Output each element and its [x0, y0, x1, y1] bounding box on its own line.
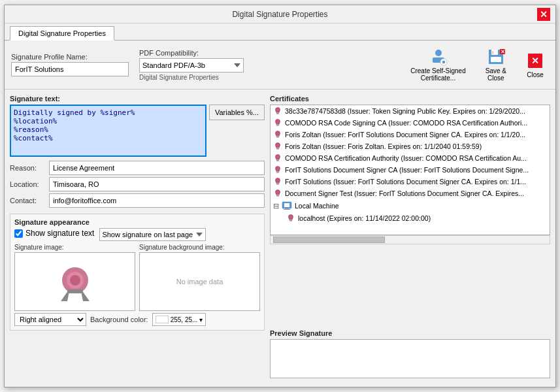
svg-rect-19 — [276, 112, 280, 113]
cert-item[interactable]: 38c33e78747583d8 (Issuer: Token Signing … — [271, 105, 550, 117]
svg-rect-43 — [276, 182, 280, 184]
local-machine-label: Local Machine — [295, 202, 339, 210]
bg-color-button[interactable]: 255, 25... ▾ — [152, 313, 206, 326]
sig-appearance-title: Signature appearance — [14, 218, 260, 226]
svg-rect-17 — [67, 289, 83, 293]
svg-rect-23 — [276, 123, 280, 125]
contact-row: Contact: — [10, 193, 265, 208]
show-on-last-page-select[interactable]: Show signature on last page Show signatu… — [99, 228, 206, 241]
show-sig-text-row: Show signature text — [14, 229, 94, 238]
reason-input[interactable] — [49, 161, 265, 175]
cert-item[interactable]: Document Signer Test (Issuer: ForIT Solu… — [271, 188, 550, 199]
dialog: Digital Signature Properties ✕ Digital S… — [4, 5, 556, 387]
svg-text:✕: ✕ — [531, 56, 539, 66]
reason-row: Reason: — [10, 161, 265, 175]
cert-hscrollbar-thumb[interactable] — [273, 237, 385, 243]
pdf-compat-label: PDF Compatibility: — [139, 49, 199, 57]
svg-rect-56 — [289, 220, 291, 221]
cert-item[interactable]: COMODO RSA Code Signing CA (Issuer: COMO… — [271, 117, 550, 129]
sig-image-box — [14, 252, 135, 311]
svg-rect-36 — [276, 160, 278, 161]
variables-button[interactable]: Variables %... — [209, 105, 265, 120]
tab-bar: Digital Signature Properties — [5, 24, 555, 41]
cert-item-text: ForIT Solutions Document Signer CA (Issu… — [285, 166, 529, 174]
svg-rect-27 — [276, 135, 280, 137]
location-input[interactable] — [49, 177, 265, 191]
svg-point-30 — [276, 143, 280, 148]
svg-point-22 — [276, 120, 280, 124]
sig-appearance-section: Signature appearance Show signature text… — [10, 214, 265, 331]
close-button[interactable]: ✕ Close — [521, 48, 549, 82]
certificates-title: Certificates — [270, 95, 550, 103]
profile-name-group: Signature Profile Name: — [11, 53, 129, 76]
local-machine-icon — [282, 201, 292, 211]
svg-rect-21 — [278, 113, 279, 114]
pdf-compat-select[interactable]: Standard PDF/A-3b Standard PDF — [139, 58, 244, 73]
bottom-row: Right aligned Left aligned Centered Back… — [14, 313, 260, 326]
certificates-section: Certificates 38c33e78747583d8 (Issuer: T… — [270, 95, 550, 325]
sig-image-svg — [49, 255, 101, 308]
alignment-select[interactable]: Right aligned Left aligned Centered — [14, 313, 86, 326]
pdf-compat-group: PDF Compatibility: Standard PDF/A-3b Sta… — [139, 49, 244, 81]
title-close-button[interactable]: ✕ — [537, 8, 550, 21]
toolbar: Signature Profile Name: PDF Compatibilit… — [5, 41, 555, 90]
cert-item[interactable]: Foris Zoltan (Issuer: ForIT Solutions Do… — [271, 129, 550, 140]
cert-item[interactable]: ForIT Solutions (Issuer: ForIT Solutions… — [271, 176, 550, 188]
svg-rect-41 — [278, 172, 279, 173]
sig-appearance-header: Show signature text Show signature on la… — [14, 228, 260, 241]
svg-rect-24 — [276, 125, 278, 126]
cert-icon — [286, 214, 295, 223]
sig-textarea[interactable]: Digitally signed by %signer% %location% … — [10, 105, 206, 157]
cert-icon — [273, 189, 282, 198]
cert-item[interactable]: Foris Zoltan (Issuer: Foris Zoltan. Expi… — [271, 140, 550, 152]
create-cert-icon — [429, 48, 448, 66]
cert-item-text: 38c33e78747583d8 (Issuer: Token Signing … — [285, 107, 525, 115]
profile-name-input[interactable] — [11, 62, 129, 76]
left-panel: Signature text: Digitally signed by %sig… — [10, 95, 265, 382]
sig-image-label: Signature image: — [14, 244, 135, 251]
preview-title: Preview Signature — [270, 329, 550, 337]
create-cert-button[interactable]: Create Self-SignedCertificate... — [406, 44, 470, 85]
location-row: Location: — [10, 177, 265, 191]
localhost-item[interactable]: localhost (Expires on: 11/14/2022 02:00:… — [271, 212, 550, 224]
localhost-label: localhost (Expires on: 11/14/2022 02:00:… — [298, 214, 431, 222]
save-close-button[interactable]: ✕ Save &Close — [481, 44, 511, 85]
svg-rect-6 — [491, 57, 501, 62]
svg-point-34 — [276, 155, 280, 159]
svg-rect-40 — [276, 172, 278, 173]
contact-input[interactable] — [49, 193, 265, 208]
preview-section: Preview Signature — [270, 329, 550, 382]
cert-icon — [273, 154, 282, 163]
local-machine-item[interactable]: ⊟ Local Machine — [271, 199, 550, 212]
svg-rect-3 — [442, 61, 445, 63]
cert-hscrollbar[interactable] — [270, 235, 550, 244]
bg-image-box: No image data — [139, 252, 260, 311]
svg-point-38 — [276, 167, 280, 171]
svg-rect-31 — [276, 147, 280, 148]
cert-item[interactable]: COMODO RSA Certification Authority (Issu… — [271, 152, 550, 164]
svg-point-46 — [276, 190, 280, 195]
svg-rect-49 — [278, 195, 279, 197]
svg-rect-28 — [276, 137, 278, 138]
svg-rect-39 — [276, 171, 280, 172]
tab-digital-signature[interactable]: Digital Signature Properties — [10, 26, 114, 41]
sig-images-row: Signature image: — [14, 244, 260, 311]
form-fields: Reason: Location: Contact: — [10, 161, 265, 210]
bg-color-label: Background color: — [90, 316, 148, 323]
svg-rect-20 — [276, 113, 278, 114]
cert-item[interactable]: ForIT Solutions Document Signer CA (Issu… — [271, 164, 550, 176]
svg-rect-55 — [289, 219, 293, 220]
save-close-label: Save &Close — [486, 67, 506, 82]
svg-rect-7 — [492, 51, 493, 54]
reason-label: Reason: — [10, 164, 49, 172]
cert-list[interactable]: 38c33e78747583d8 (Issuer: Token Signing … — [270, 105, 550, 235]
svg-point-42 — [276, 178, 280, 183]
no-image-text: No image data — [176, 278, 223, 286]
cert-item-text: COMODO RSA Code Signing CA (Issuer: COMO… — [285, 119, 527, 127]
cert-item-text: Document Signer Test (Issuer: ForIT Solu… — [285, 189, 524, 197]
svg-point-54 — [289, 215, 293, 220]
show-sig-text-checkbox[interactable] — [14, 229, 23, 238]
svg-rect-47 — [276, 194, 280, 195]
svg-rect-33 — [278, 148, 279, 150]
cert-item-text: ForIT Solutions (Issuer: ForIT Solutions… — [285, 178, 526, 186]
